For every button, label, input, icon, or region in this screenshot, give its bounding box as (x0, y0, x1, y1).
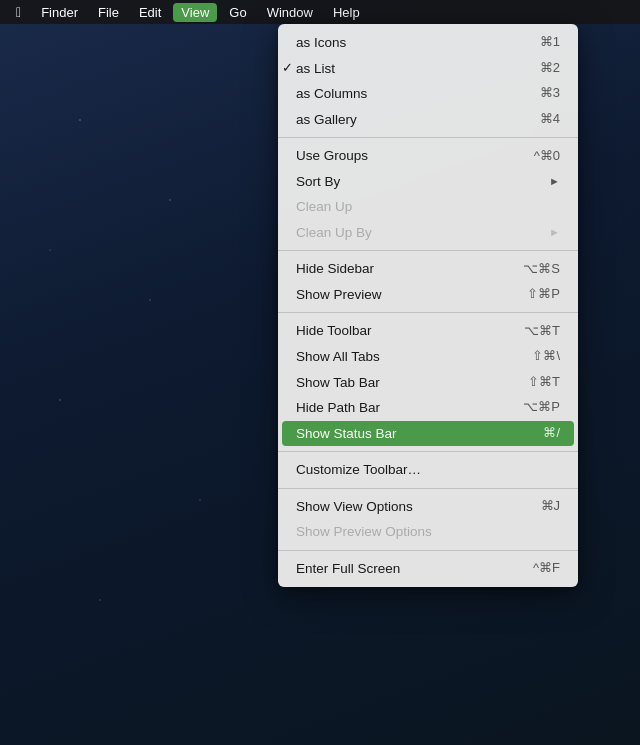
group-sort-section: Use Groups ^⌘0 Sort By ► Clean Up Clean … (278, 141, 578, 247)
sidebar-preview-section: Hide Sidebar ⌥⌘S Show Preview ⇧⌘P (278, 254, 578, 309)
checkmark-as-list: ✓ (282, 60, 293, 77)
menu-help[interactable]: Help (325, 3, 368, 22)
menu-item-as-icons[interactable]: as Icons ⌘1 (278, 30, 578, 56)
view-modes-section: as Icons ⌘1 ✓ as List ⌘2 as Columns ⌘3 a… (278, 28, 578, 134)
menu-item-as-list[interactable]: ✓ as List ⌘2 (278, 56, 578, 82)
divider-6 (278, 550, 578, 551)
customize-section: Customize Toolbar… (278, 455, 578, 485)
menu-item-label: Show Tab Bar (296, 374, 380, 392)
divider-2 (278, 250, 578, 251)
arrow-clean-up-by: ► (549, 225, 560, 239)
menu-finder[interactable]: Finder (33, 3, 86, 22)
menu-item-label: Show Preview (296, 286, 382, 304)
menu-item-hide-sidebar[interactable]: Hide Sidebar ⌥⌘S (278, 256, 578, 282)
shortcut-hide-sidebar: ⌥⌘S (523, 261, 560, 278)
menu-item-label: Clean Up By (296, 224, 372, 242)
menu-item-label: as Icons (296, 34, 346, 52)
menu-item-show-status-bar[interactable]: Show Status Bar ⌘/ (282, 421, 574, 447)
menu-item-label: Sort By (296, 173, 340, 191)
arrow-sort-by: ► (549, 174, 560, 188)
menu-go[interactable]: Go (221, 3, 254, 22)
menu-window[interactable]: Window (259, 3, 321, 22)
menu-item-show-preview-options[interactable]: Show Preview Options (278, 519, 578, 545)
menu-item-sort-by[interactable]: Sort By ► (278, 169, 578, 195)
shortcut-as-gallery: ⌘4 (540, 111, 560, 128)
menu-item-clean-up[interactable]: Clean Up (278, 194, 578, 220)
menu-item-show-tab-bar[interactable]: Show Tab Bar ⇧⌘T (278, 370, 578, 396)
divider-3 (278, 312, 578, 313)
shortcut-show-view-options: ⌘J (541, 498, 561, 515)
menu-item-label: as Columns (296, 85, 367, 103)
menu-item-label: Show Preview Options (296, 523, 432, 541)
shortcut-show-status-bar: ⌘/ (543, 425, 560, 442)
menu-item-enter-full-screen[interactable]: Enter Full Screen ^⌘F (278, 556, 578, 582)
menu-item-label: Clean Up (296, 198, 352, 216)
menu-item-label: as List (296, 60, 335, 78)
shortcut-as-list: ⌘2 (540, 60, 560, 77)
menu-item-label: Show View Options (296, 498, 413, 516)
menu-item-as-gallery[interactable]: as Gallery ⌘4 (278, 107, 578, 133)
menu-item-clean-up-by[interactable]: Clean Up By ► (278, 220, 578, 246)
apple-menu[interactable]:  (8, 2, 29, 22)
menu-item-show-all-tabs[interactable]: Show All Tabs ⇧⌘\ (278, 344, 578, 370)
menu-item-label: Hide Path Bar (296, 399, 380, 417)
shortcut-show-preview: ⇧⌘P (527, 286, 560, 303)
menu-item-as-columns[interactable]: as Columns ⌘3 (278, 81, 578, 107)
shortcut-hide-toolbar: ⌥⌘T (524, 323, 560, 340)
menu-file[interactable]: File (90, 3, 127, 22)
menu-item-customize-toolbar[interactable]: Customize Toolbar… (278, 457, 578, 483)
menu-item-label: Enter Full Screen (296, 560, 400, 578)
shortcut-show-all-tabs: ⇧⌘\ (532, 348, 560, 365)
menu-item-show-view-options[interactable]: Show View Options ⌘J (278, 494, 578, 520)
shortcut-hide-path-bar: ⌥⌘P (523, 399, 560, 416)
menu-bar:  Finder File Edit View Go Window Help (0, 0, 640, 24)
menu-item-hide-toolbar[interactable]: Hide Toolbar ⌥⌘T (278, 318, 578, 344)
menu-item-label: Hide Sidebar (296, 260, 374, 278)
menu-item-label: Hide Toolbar (296, 322, 372, 340)
menu-item-show-preview[interactable]: Show Preview ⇧⌘P (278, 282, 578, 308)
divider-5 (278, 488, 578, 489)
shortcut-use-groups: ^⌘0 (534, 148, 560, 165)
shortcut-as-columns: ⌘3 (540, 85, 560, 102)
menu-item-label: as Gallery (296, 111, 357, 129)
menu-view[interactable]: View (173, 3, 217, 22)
menu-item-label: Show Status Bar (296, 425, 397, 443)
view-options-section: Show View Options ⌘J Show Preview Option… (278, 492, 578, 547)
shortcut-as-icons: ⌘1 (540, 34, 560, 51)
menu-item-hide-path-bar[interactable]: Hide Path Bar ⌥⌘P (278, 395, 578, 421)
menu-edit[interactable]: Edit (131, 3, 169, 22)
menu-item-label: Use Groups (296, 147, 368, 165)
menu-item-label: Customize Toolbar… (296, 461, 421, 479)
fullscreen-section: Enter Full Screen ^⌘F (278, 554, 578, 584)
menu-item-label: Show All Tabs (296, 348, 380, 366)
menu-item-use-groups[interactable]: Use Groups ^⌘0 (278, 143, 578, 169)
divider-4 (278, 451, 578, 452)
divider-1 (278, 137, 578, 138)
shortcut-show-tab-bar: ⇧⌘T (528, 374, 560, 391)
toolbar-tabs-section: Hide Toolbar ⌥⌘T Show All Tabs ⇧⌘\ Show … (278, 316, 578, 448)
view-dropdown-menu: as Icons ⌘1 ✓ as List ⌘2 as Columns ⌘3 a… (278, 24, 578, 587)
shortcut-enter-full-screen: ^⌘F (533, 560, 560, 577)
